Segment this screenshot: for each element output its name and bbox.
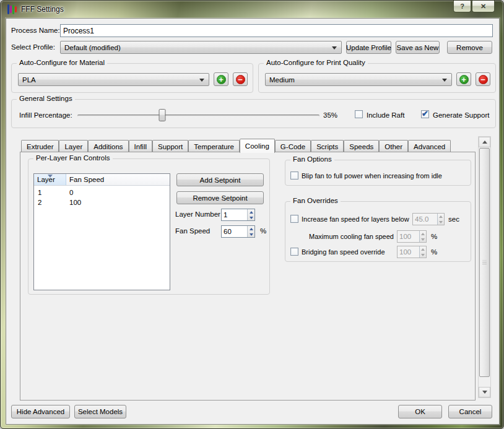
titlebar[interactable]: FFF Settings	[1, 1, 503, 18]
scroll-down-icon[interactable]	[479, 387, 490, 397]
layer-number-spinner[interactable]	[221, 209, 255, 221]
help-button[interactable]: ?	[453, 1, 471, 12]
update-profile-button[interactable]: Update Profile	[346, 41, 391, 54]
fan-setpoint-table-header[interactable]: Layer Fan Speed	[34, 174, 170, 186]
spinner-arrows	[419, 231, 426, 242]
save-as-new-button[interactable]: Save as New	[396, 41, 440, 54]
tab-additions[interactable]: Additions	[88, 140, 128, 152]
include-raft-label: Include Raft	[367, 111, 404, 119]
tab-cooling[interactable]: Cooling	[240, 139, 275, 153]
tab-infill[interactable]: Infill	[129, 140, 152, 152]
column-header-fan-speed[interactable]: Fan Speed	[66, 174, 170, 185]
table-row[interactable]: 2 100	[34, 199, 170, 209]
add-setpoint-button[interactable]: Add Setpoint	[176, 173, 264, 186]
bridging-fan-label: Bridging fan speed override	[302, 248, 385, 256]
increase-fan-label: Increase fan speed for layers below	[302, 215, 409, 223]
generate-support-checkbox[interactable]	[421, 110, 429, 118]
tab-speeds[interactable]: Speeds	[344, 140, 379, 152]
cell-fan-speed: 100	[66, 199, 170, 209]
material-dropdown[interactable]: PLA	[18, 73, 209, 86]
minus-icon: −	[479, 75, 488, 84]
tab-layer[interactable]: Layer	[59, 140, 88, 152]
fan-setpoint-table[interactable]: Layer Fan Speed 1 0 2 100	[33, 173, 170, 290]
increase-fan-checkbox[interactable]	[290, 215, 298, 223]
infill-slider[interactable]	[77, 115, 319, 117]
tab-advanced[interactable]: Advanced	[408, 140, 451, 152]
cancel-button[interactable]: Cancel	[448, 405, 492, 418]
infill-slider-handle[interactable]	[159, 109, 165, 121]
max-cooling-unit: %	[431, 233, 437, 240]
fan-options-title: Fan Options	[290, 155, 334, 163]
bridging-fan-input[interactable]	[398, 246, 419, 258]
fan-speed-label: Fan Speed	[175, 227, 210, 235]
quality-groupbox: Auto-Configure for Print Quality Medium …	[258, 63, 496, 93]
quality-dropdown-value: Medium	[269, 76, 295, 84]
spin-up-icon[interactable]	[420, 246, 426, 252]
scroll-up-icon[interactable]	[479, 137, 490, 147]
spinner-arrows	[419, 246, 426, 258]
profile-dropdown[interactable]: Default (modified)	[60, 41, 342, 54]
per-layer-fan-groupbox: Per-Layer Fan Controls Layer Fan Speed 1…	[28, 158, 270, 295]
ok-button[interactable]: OK	[398, 405, 442, 418]
spinner-arrows	[247, 226, 254, 237]
minus-icon: −	[236, 75, 245, 84]
spin-down-icon[interactable]	[438, 219, 444, 225]
select-models-button[interactable]: Select Models	[74, 405, 126, 418]
process-name-input[interactable]	[60, 24, 493, 37]
cooling-tab-panel: Per-Layer Fan Controls Layer Fan Speed 1…	[20, 152, 476, 401]
column-header-layer[interactable]: Layer	[34, 174, 66, 185]
increase-fan-spinner[interactable]	[412, 213, 445, 225]
fan-speed-spinner[interactable]	[221, 225, 255, 238]
include-raft-checkbox[interactable]	[355, 110, 363, 118]
max-cooling-input[interactable]	[398, 231, 419, 242]
general-settings-groupbox: General Settings Infill Percentage: 35% …	[11, 99, 496, 128]
spin-down-icon[interactable]	[420, 236, 426, 242]
spin-up-icon[interactable]	[438, 214, 444, 219]
scrollbar-thumb[interactable]	[479, 148, 490, 377]
vertical-scrollbar[interactable]	[478, 136, 491, 398]
remove-material-button[interactable]: −	[233, 72, 248, 86]
tab-extruder[interactable]: Extruder	[21, 140, 59, 152]
table-row[interactable]: 1 0	[34, 189, 170, 199]
tab-support[interactable]: Support	[152, 140, 188, 152]
tab-scripts[interactable]: Scripts	[311, 140, 344, 152]
bridging-fan-checkbox[interactable]	[290, 248, 298, 256]
process-name-label: Process Name:	[11, 27, 60, 34]
fan-speed-input[interactable]	[222, 226, 247, 237]
remove-quality-button[interactable]: −	[476, 72, 490, 86]
infill-percentage-value: 35%	[323, 111, 337, 119]
material-groupbox: Auto-Configure for Material PLA + −	[11, 63, 253, 93]
spin-up-icon[interactable]	[248, 226, 254, 232]
profile-dropdown-value: Default (modified)	[64, 44, 121, 51]
hide-advanced-button[interactable]: Hide Advanced	[11, 405, 70, 418]
fan-speed-unit: %	[260, 227, 266, 235]
remove-profile-button[interactable]: Remove	[447, 41, 492, 54]
remove-setpoint-button[interactable]: Remove Setpoint	[176, 191, 264, 204]
plus-icon: +	[459, 75, 469, 84]
tab-other[interactable]: Other	[379, 140, 408, 152]
spin-down-icon[interactable]	[248, 232, 254, 237]
close-icon: ✕	[480, 2, 486, 11]
spinner-arrows	[437, 214, 444, 225]
help-icon: ?	[460, 2, 464, 10]
close-button[interactable]: ✕	[472, 1, 495, 12]
add-quality-button[interactable]: +	[456, 72, 471, 86]
tab-temperature[interactable]: Temperature	[188, 140, 240, 152]
plus-icon: +	[217, 75, 226, 84]
tab-gcode[interactable]: G-Code	[275, 140, 311, 152]
layer-number-input[interactable]	[222, 209, 247, 220]
quality-dropdown[interactable]: Medium	[265, 73, 452, 86]
bridging-fan-spinner[interactable]	[397, 246, 427, 258]
spin-up-icon[interactable]	[248, 209, 254, 215]
spin-down-icon[interactable]	[420, 252, 426, 258]
add-material-button[interactable]: +	[214, 72, 228, 86]
max-cooling-spinner[interactable]	[397, 230, 427, 243]
dialog-body: Process Name: Select Profile: Default (m…	[6, 18, 500, 425]
settings-tabbar: Extruder Layer Additions Infill Support …	[21, 139, 451, 152]
spin-down-icon[interactable]	[248, 215, 254, 220]
blip-fan-checkbox[interactable]	[290, 171, 298, 180]
app-icon	[7, 4, 17, 15]
cell-layer: 2	[34, 199, 66, 209]
spin-up-icon[interactable]	[420, 231, 426, 236]
increase-fan-input[interactable]	[413, 214, 437, 225]
